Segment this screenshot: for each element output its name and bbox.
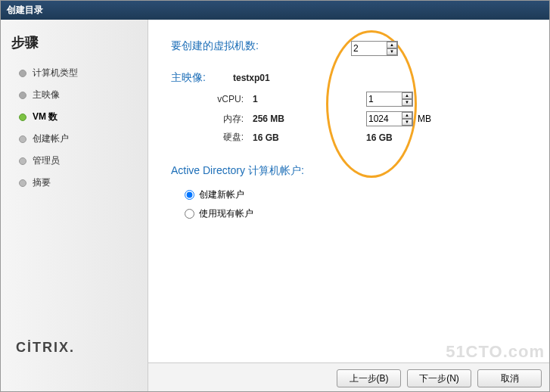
step-label: VM 数	[33, 110, 57, 123]
step-summary[interactable]: 摘要	[11, 172, 137, 194]
memory-unit: MB	[418, 114, 431, 124]
back-button[interactable]: 上一步(B)	[337, 369, 401, 387]
radio-create-account[interactable]: 创建新帐户	[185, 185, 527, 204]
citrix-logo: CİTRIX.	[16, 340, 75, 356]
memory-label: 内存:	[185, 113, 253, 126]
step-master-image[interactable]: 主映像	[11, 84, 137, 106]
step-create-account[interactable]: 创建帐户	[11, 128, 137, 150]
vcpu-label: vCPU:	[185, 94, 253, 104]
vcpu-input-box: ▲▼	[366, 92, 413, 107]
cancel-button[interactable]: 取消	[477, 369, 542, 387]
step-label: 创建帐户	[33, 132, 69, 145]
watermark: 51CTO.com	[446, 342, 545, 362]
step-list: 计算机类型 主映像 VM 数 创建帐户 管理员 摘要	[11, 62, 137, 194]
step-bullet-icon	[19, 114, 26, 121]
spin-up-icon[interactable]: ▲	[402, 92, 412, 99]
memory-original: 256 MB	[253, 114, 366, 124]
step-computer-type[interactable]: 计算机类型	[11, 62, 137, 84]
radio-existing-label: 使用现有帐户	[199, 207, 253, 220]
radio-existing-input[interactable]	[185, 209, 194, 219]
step-bullet-icon	[19, 92, 26, 99]
step-label: 计算机类型	[33, 67, 78, 79]
step-bullet-icon	[19, 135, 26, 143]
step-label: 主映像	[33, 89, 60, 101]
content-panel: 要创建的虚拟机数: ▲▼ 主映像: testxp01 vCPU: 1 ▲▼ 内存…	[148, 20, 549, 392]
radio-create-label: 创建新帐户	[199, 188, 244, 201]
footer-buttons: 上一步(B) 下一步(N) 取消	[148, 362, 549, 392]
disk-new: 16 GB	[366, 132, 393, 143]
step-admin[interactable]: 管理员	[11, 150, 137, 172]
ad-heading: Active Directory 计算机帐户:	[171, 164, 527, 178]
spin-up-icon[interactable]: ▲	[402, 112, 412, 119]
step-bullet-icon	[19, 70, 26, 77]
sidebar-title: 步骤	[11, 33, 137, 51]
vm-count-label: 要创建的虚拟机数:	[171, 39, 351, 53]
next-button[interactable]: 下一步(N)	[407, 369, 471, 387]
main-container: 步骤 计算机类型 主映像 VM 数 创建帐户 管理员 摘要 CİTRIX. 要创…	[1, 20, 549, 392]
radio-create-input[interactable]	[185, 190, 194, 200]
master-image-value: testxp01	[233, 73, 270, 83]
spin-up-icon[interactable]: ▲	[387, 42, 397, 48]
sidebar: 步骤 计算机类型 主映像 VM 数 创建帐户 管理员 摘要 CİTRIX.	[1, 20, 148, 392]
step-bullet-icon	[19, 157, 26, 165]
specs-block: vCPU: 1 ▲▼ 内存: 256 MB ▲▼ MB 硬盘: 16 GB	[185, 89, 527, 146]
window-titlebar: 创建目录	[1, 1, 549, 20]
vcpu-original: 1	[253, 94, 366, 104]
disk-label: 硬盘:	[185, 131, 253, 144]
spin-down-icon[interactable]: ▼	[402, 99, 412, 106]
master-image-label: 主映像:	[171, 71, 233, 85]
vm-count-input-box: ▲▼	[351, 41, 398, 56]
radio-existing-account[interactable]: 使用现有帐户	[185, 204, 527, 223]
disk-original: 16 GB	[253, 132, 366, 143]
memory-input-box: ▲▼	[366, 111, 413, 126]
step-label: 管理员	[33, 154, 60, 167]
step-bullet-icon	[19, 179, 26, 187]
step-vm-count[interactable]: VM 数	[11, 106, 137, 128]
spin-down-icon[interactable]: ▼	[402, 119, 412, 126]
step-label: 摘要	[33, 176, 51, 189]
spin-down-icon[interactable]: ▼	[387, 48, 397, 55]
